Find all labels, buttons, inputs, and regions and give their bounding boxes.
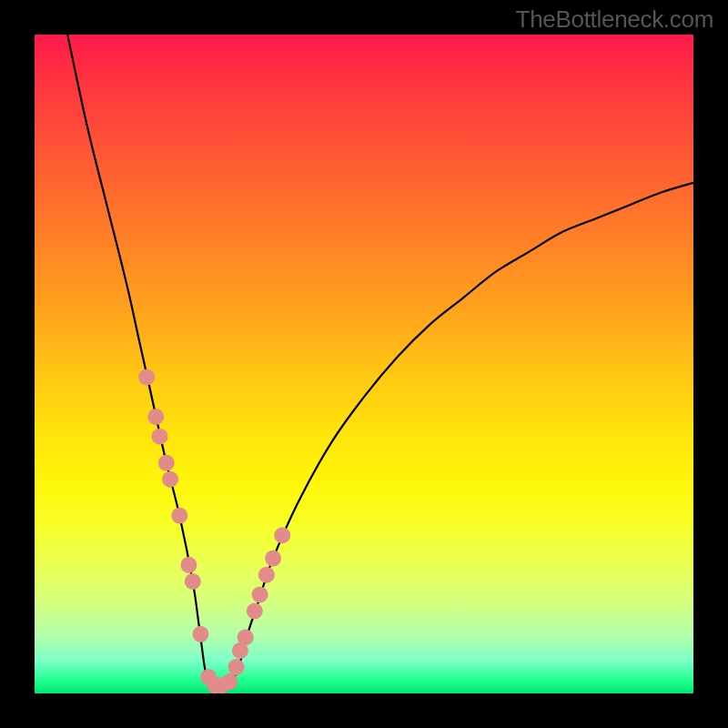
curve-dot [238,629,254,645]
curve-dot [171,508,187,524]
plot-area [35,35,693,693]
curve-dots [138,369,290,693]
curve-dot [265,551,281,567]
curve-dot [192,626,208,642]
curve-dot [252,586,268,602]
watermark-text: TheBottleneck.com [516,5,713,34]
chart-frame: TheBottleneck.com [0,0,728,728]
curve-dot [147,409,164,425]
curve-layer [35,35,693,693]
curve-dot [162,471,178,488]
curve-dot [152,429,168,445]
curve-dot [158,455,175,471]
curve-dot [180,557,197,573]
curve-dot [247,603,263,620]
curve-dot [228,659,245,675]
curve-dot [258,567,275,583]
curve-dot [274,527,290,543]
bottleneck-curve [67,35,693,688]
curve-dot [221,673,238,690]
curve-dot [138,369,155,385]
curve-dot [185,573,201,590]
